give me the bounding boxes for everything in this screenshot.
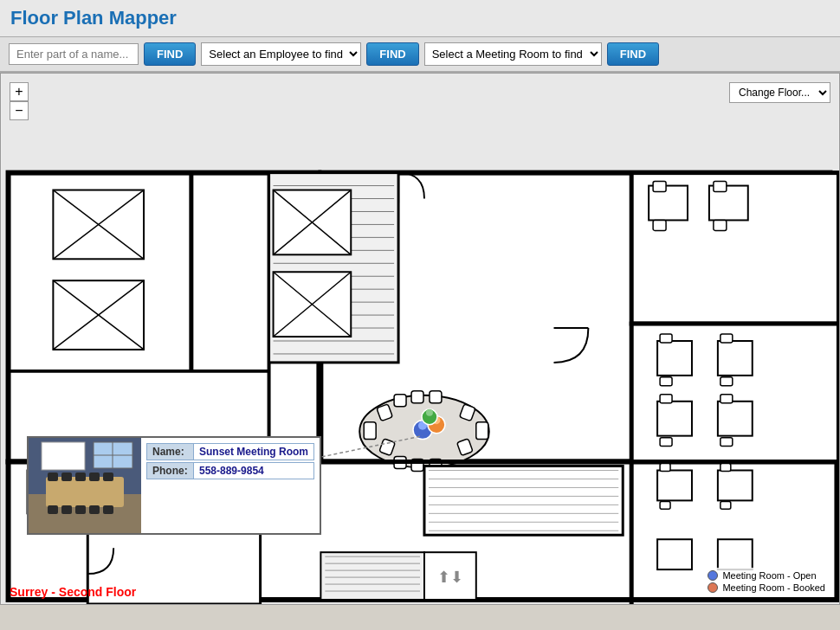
svg-rect-116 (48, 472, 58, 481)
svg-rect-51 (660, 377, 672, 386)
app-title: Floor Plan Mapper (10, 7, 830, 29)
svg-rect-53 (660, 395, 672, 403)
popup-phone-label: Phone: (146, 462, 194, 479)
legend-booked: Meeting Room - Booked (708, 582, 825, 593)
popup-phone-value: 558-889-9854 (194, 462, 314, 479)
legend-booked-label: Meeting Room - Booked (722, 582, 825, 593)
svg-rect-94 (660, 464, 670, 472)
zoom-controls: + − (10, 82, 29, 120)
svg-rect-96 (660, 501, 670, 509)
svg-rect-125 (103, 505, 113, 514)
svg-rect-122 (61, 505, 72, 514)
svg-rect-64 (394, 395, 406, 407)
svg-point-75 (426, 409, 433, 416)
svg-rect-44 (714, 220, 727, 230)
svg-rect-43 (653, 220, 666, 230)
meeting-room-find-button[interactable]: FIND (607, 42, 659, 66)
employee-dropdown[interactable]: Select an Employee to find (201, 42, 361, 66)
floor-label: Surrey - Second Floor (10, 585, 136, 599)
legend-open-dot (708, 570, 718, 581)
svg-rect-119 (89, 472, 100, 481)
app-header: Floor Plan Mapper (0, 0, 840, 37)
popup-name-label: Name: (146, 443, 194, 460)
svg-rect-48 (718, 402, 753, 436)
svg-text:⬆⬇: ⬆⬇ (437, 569, 463, 586)
svg-rect-54 (720, 395, 733, 403)
svg-rect-92 (657, 539, 692, 569)
svg-rect-118 (75, 472, 86, 481)
popup-image (29, 438, 141, 533)
svg-rect-52 (720, 377, 733, 386)
meeting-room-popup: Name: Sunset Meeting Room Phone: 558-889… (27, 436, 321, 535)
legend-open-label: Meeting Room - Open (722, 570, 816, 581)
svg-rect-42 (714, 182, 727, 192)
svg-rect-91 (718, 471, 753, 501)
change-floor-dropdown[interactable]: Change Floor... (729, 82, 830, 103)
svg-rect-90 (657, 471, 692, 501)
legend: Meeting Room - Open Meeting Room - Booke… (702, 568, 830, 597)
svg-rect-126 (42, 442, 85, 470)
svg-rect-120 (103, 472, 113, 481)
svg-rect-66 (430, 391, 442, 403)
change-floor-container: Change Floor... (729, 82, 830, 103)
svg-rect-55 (660, 438, 672, 447)
toolbar: FIND Select an Employee to find FIND Sel… (0, 37, 840, 73)
svg-rect-56 (720, 438, 733, 447)
svg-rect-97 (720, 501, 731, 509)
svg-rect-59 (476, 422, 488, 440)
svg-rect-117 (61, 472, 72, 481)
svg-rect-93 (718, 539, 753, 569)
svg-rect-95 (720, 464, 731, 472)
map-container: ★ (0, 73, 840, 605)
svg-rect-123 (75, 505, 86, 514)
svg-rect-45 (657, 341, 692, 376)
popup-name-row: Name: Sunset Meeting Room (146, 443, 314, 460)
svg-rect-49 (660, 334, 672, 343)
svg-rect-58 (364, 422, 376, 440)
svg-rect-46 (718, 341, 753, 376)
zoom-in-button[interactable]: + (10, 82, 29, 101)
legend-booked-dot (708, 582, 718, 593)
name-find-button[interactable]: FIND (144, 42, 196, 66)
popup-info: Name: Sunset Meeting Room Phone: 558-889… (141, 438, 320, 533)
svg-rect-98 (424, 466, 623, 536)
popup-phone-row: Phone: 558-889-9854 (146, 462, 314, 479)
svg-rect-65 (411, 391, 423, 403)
meeting-room-dropdown[interactable]: Select a Meeting Room to find (424, 42, 602, 66)
svg-rect-124 (89, 505, 100, 514)
svg-rect-83 (320, 552, 424, 600)
svg-rect-47 (657, 402, 692, 436)
zoom-out-button[interactable]: − (10, 101, 29, 120)
popup-name-value: Sunset Meeting Room (194, 443, 314, 460)
legend-open: Meeting Room - Open (708, 570, 825, 581)
svg-rect-121 (48, 505, 58, 514)
employee-find-button[interactable]: FIND (366, 42, 418, 66)
svg-rect-41 (653, 182, 666, 192)
svg-rect-115 (46, 477, 124, 507)
svg-rect-50 (720, 334, 733, 343)
name-search-input[interactable] (9, 43, 139, 65)
